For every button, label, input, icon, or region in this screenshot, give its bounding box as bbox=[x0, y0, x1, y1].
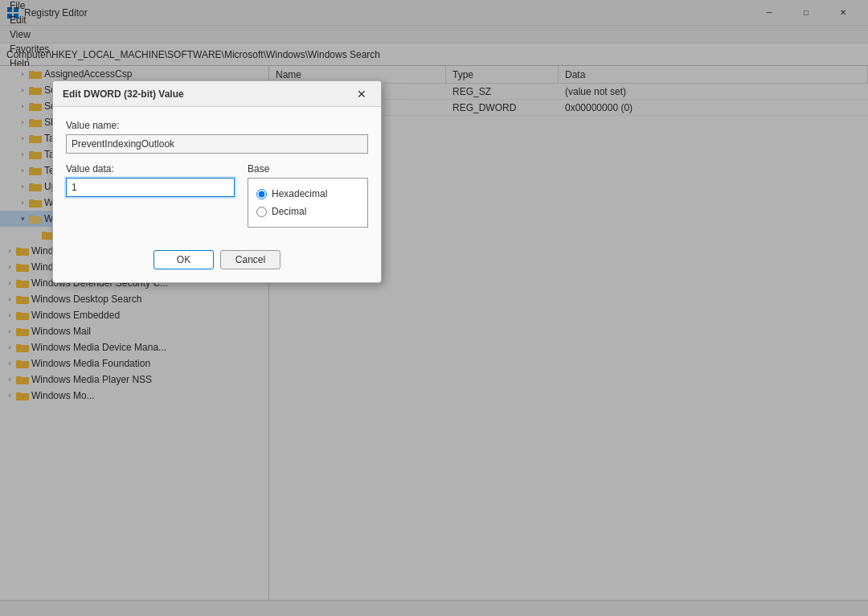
radio-decimal-label: Decimal bbox=[272, 206, 306, 217]
value-data-label: Value data: bbox=[66, 163, 235, 175]
value-data-row: Value data: Base Hexadecimal Decimal bbox=[66, 163, 368, 228]
dialog-title: Edit DWORD (32-bit) Value bbox=[63, 88, 352, 100]
ok-button[interactable]: OK bbox=[154, 250, 214, 269]
radio-hexadecimal-input[interactable] bbox=[256, 189, 267, 199]
value-data-section: Value data: bbox=[66, 163, 235, 228]
value-name-input[interactable] bbox=[66, 134, 368, 154]
value-data-input[interactable] bbox=[66, 178, 235, 197]
dialog-footer: OK Cancel bbox=[53, 240, 381, 282]
radio-hexadecimal-label: Hexadecimal bbox=[272, 188, 327, 199]
base-section: Base Hexadecimal Decimal bbox=[248, 163, 368, 228]
dialog-body: Value name: Value data: Base Hexadecimal bbox=[53, 107, 381, 240]
dialog-close-button[interactable]: ✕ bbox=[352, 84, 371, 104]
base-label: Base bbox=[248, 163, 368, 175]
radio-decimal-input[interactable] bbox=[256, 207, 267, 217]
radio-decimal[interactable]: Decimal bbox=[256, 203, 359, 220]
dialog-titlebar: Edit DWORD (32-bit) Value ✕ bbox=[53, 81, 381, 107]
value-name-label: Value name: bbox=[66, 120, 368, 131]
radio-hexadecimal[interactable]: Hexadecimal bbox=[256, 185, 359, 203]
cancel-button[interactable]: Cancel bbox=[220, 250, 280, 269]
dialog: Edit DWORD (32-bit) Value ✕ Value name: … bbox=[52, 80, 382, 283]
modal-overlay: Edit DWORD (32-bit) Value ✕ Value name: … bbox=[0, 0, 868, 616]
radio-group: Hexadecimal Decimal bbox=[248, 178, 368, 228]
